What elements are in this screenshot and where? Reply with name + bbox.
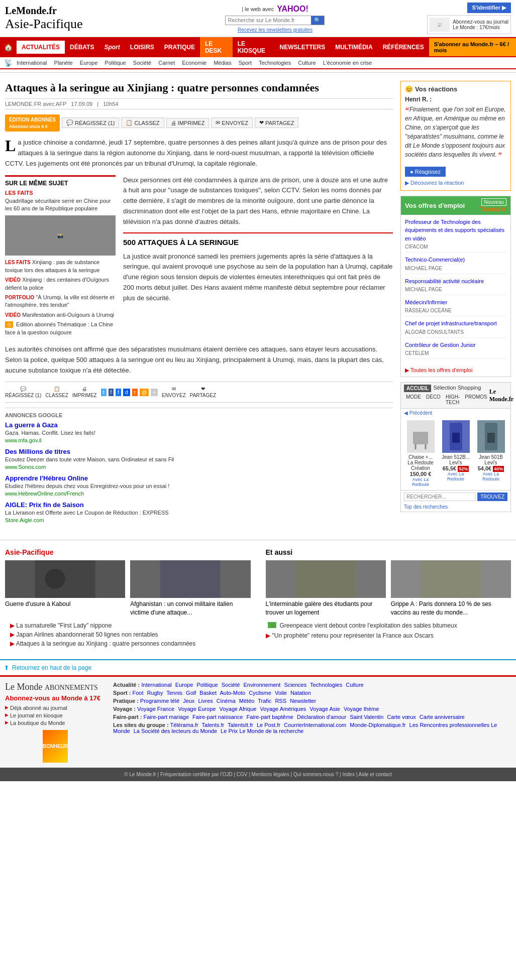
rss-social-icon[interactable]: r <box>132 389 138 396</box>
subnav-planete[interactable]: Planète <box>51 59 76 67</box>
footer-link-livres[interactable]: Livres <box>198 698 213 704</box>
footer-link-cyclisme[interactable]: Cyclisme <box>249 690 271 696</box>
more-social-icon[interactable]: + <box>151 389 158 396</box>
asie-link-3[interactable]: Attaques à la seringue au Xinjiang : qua… <box>5 640 251 647</box>
ad-3-title[interactable]: Apprendre l'Hébreu Online <box>5 474 88 482</box>
footer-boutique[interactable]: La boutique du Monde <box>5 720 106 726</box>
footer-link-voyage-fr[interactable]: Voyage France <box>137 706 174 712</box>
print-button-bottom[interactable]: 🖨 IMPRIMEZ <box>72 386 97 398</box>
footer-link-politique[interactable]: Politique <box>196 682 218 688</box>
search-input[interactable] <box>226 16 311 24</box>
nav-newsletters[interactable]: NEWSLETTERS <box>275 41 331 54</box>
print-button-top[interactable]: 🖨 IMPRIMEZ <box>166 118 210 128</box>
nav-actualites[interactable]: ACTUALITÉS <box>17 41 65 54</box>
footer-link-technologies[interactable]: Technologies <box>310 682 342 688</box>
footer-link-sciences[interactable]: Sciences <box>284 682 307 688</box>
footer-link-culture[interactable]: Culture <box>346 682 363 688</box>
footer-link-jeux[interactable]: Jeux <box>183 698 194 704</box>
footer-link-environnement[interactable]: Environnement <box>243 682 280 688</box>
identify-button[interactable]: S'identifier ▶ <box>467 3 511 13</box>
footer-link-basket[interactable]: Basket <box>199 690 217 696</box>
send-button-bottom[interactable]: ✉ ENVOYEZ <box>162 386 186 398</box>
ad-4-title[interactable]: AIGLE: Prix fin de Saison <box>5 501 84 509</box>
react-button-top[interactable]: 💬 RÉAGISSEZ (1) <box>62 117 119 128</box>
footer-link-carte-anniv[interactable]: Carte anniversaire <box>420 714 465 720</box>
shopping-hightech[interactable]: HIGH-TECH <box>444 393 462 406</box>
nav-le-kiosque[interactable]: LE KIOSQUE <box>233 37 275 57</box>
delicious-icon[interactable]: d <box>123 389 130 396</box>
emploi-2-title[interactable]: Technico-Commercial(e) <box>405 257 465 263</box>
top-recherches[interactable]: Top des recherches <box>401 503 510 512</box>
emploi-1-title[interactable]: Professeur de Technologie des équipement… <box>405 219 504 241</box>
footer-link-automoto[interactable]: Auto-Moto <box>220 690 245 696</box>
footer-link-diplomatique[interactable]: Monde-Diplomatique.fr <box>350 722 405 728</box>
et-aussi-oscar-link[interactable]: "Un prophète" retenu pour représenter la… <box>272 632 434 639</box>
footer-link-talentsit[interactable]: TalentsIt.fr <box>228 722 253 728</box>
related-link-2[interactable]: Xinjiang : des centaines d'Ouïgours défi… <box>5 277 109 290</box>
asie-link-1[interactable]: La surnaturelle "First Lady" nippone <box>5 622 251 629</box>
footer-kiosque[interactable]: Le journal en kiosque <box>5 712 106 718</box>
subnav-europe[interactable]: Europe <box>77 59 100 67</box>
footer-link-prix[interactable]: Le Prix Le Monde de la recherche <box>221 728 303 734</box>
twitter-icon[interactable]: t <box>101 389 107 396</box>
related-link-4[interactable]: Manifestation anti-Ouïgours à Urumqi <box>22 312 114 318</box>
footer-link-mariage[interactable]: Faire-part mariage <box>144 714 189 720</box>
subnav-societe[interactable]: Société <box>130 59 155 67</box>
footer-link-voyage-afr[interactable]: Voyage Afrique <box>219 706 256 712</box>
home-icon[interactable]: 🏠 <box>0 40 17 54</box>
facebook2-icon[interactable]: f <box>116 389 121 396</box>
footer-link-voile[interactable]: Voile <box>275 690 287 696</box>
footer-link-newsletter[interactable]: Newsletter <box>290 698 316 704</box>
footer-link-golf[interactable]: Golf <box>186 690 196 696</box>
reagissez-sidebar-btn[interactable]: ● Réagissez <box>405 167 446 177</box>
footer-link-telerama[interactable]: Télérama.fr <box>170 722 198 728</box>
footer-link-talents[interactable]: Talents.fr <box>202 722 225 728</box>
emploi-more-link[interactable]: Toutes les offres d'emploi <box>401 365 510 377</box>
emploi-4-title[interactable]: Médecin/Infirmier <box>405 299 447 305</box>
footer-link-amour[interactable]: Déclaration d'amour <box>297 714 346 720</box>
footer-link-foot[interactable]: Foot <box>133 690 144 696</box>
shopping-promos[interactable]: PROMOS <box>463 393 489 406</box>
facebook-icon[interactable]: f <box>109 389 114 396</box>
search-button[interactable]: 🔍 <box>311 16 324 25</box>
nav-loisirs[interactable]: LOISIRS <box>125 41 159 54</box>
newsletter-link[interactable]: Recevez les newsletters gratuites <box>238 27 313 33</box>
subnav-international[interactable]: International <box>14 59 50 67</box>
retour-haut[interactable]: Retournez en haut de la page <box>0 659 516 675</box>
subnav-sport[interactable]: Sport <box>236 59 255 67</box>
nav-subscribe[interactable]: S'abonner au Monde.fr – 6€ / mois <box>429 38 516 56</box>
subnav-politique[interactable]: Politique <box>101 59 129 67</box>
footer-link-carte-voeux[interactable]: Carte vœux <box>387 714 416 720</box>
footer-link-progtele[interactable]: Programme télé <box>140 698 179 704</box>
subnav-culture[interactable]: Culture <box>295 59 319 67</box>
shopping-accueil[interactable]: ACCUEIL <box>404 385 431 392</box>
footer-link-naissance[interactable]: Faire-part naissance <box>192 714 243 720</box>
related-link-5[interactable]: Edition abonnés Thématique : La Chine fa… <box>5 321 113 335</box>
subnav-technologies[interactable]: Technologies <box>256 59 294 67</box>
ad-1-title[interactable]: La guerre à Gaza <box>5 421 58 429</box>
footer-link-voyage-eu[interactable]: Voyage Europe <box>178 706 216 712</box>
nav-pratique[interactable]: PRATIQUE <box>159 41 200 54</box>
emploi-3-title[interactable]: Responsabilité activité nucléaire <box>405 278 484 284</box>
shopping-mode[interactable]: MODE <box>404 393 423 406</box>
footer-link-courrier[interactable]: CourrierInternational.com <box>284 722 346 728</box>
nav-le-desk[interactable]: LE DESK <box>200 37 233 57</box>
et-aussi-greenpeace-link[interactable]: Greenpeace vient debout contre l'exploit… <box>280 622 457 629</box>
footer-link-rss[interactable]: RSS <box>275 698 286 704</box>
class-button-top[interactable]: 📋 CLASSEZ <box>121 117 164 128</box>
email-social-icon[interactable]: @ <box>140 389 149 396</box>
subnav-medias[interactable]: Médias <box>211 59 234 67</box>
footer-link-international[interactable]: International <box>141 682 172 688</box>
footer-link-europe[interactable]: Europe <box>175 682 193 688</box>
nav-references[interactable]: RÉFÉRENCES <box>378 41 429 54</box>
footer-link-voyage-am[interactable]: Voyage Amériques <box>260 706 306 712</box>
footer-link-voyage-as[interactable]: Voyage Asie <box>309 706 340 712</box>
footer-link-societe[interactable]: Société <box>222 682 240 688</box>
footer-link-lepost[interactable]: Le Post.fr <box>257 722 280 728</box>
subnav-economie-crise[interactable]: L'économie en crise <box>320 59 375 67</box>
footer-link-rugby[interactable]: Rugby <box>147 690 163 696</box>
footer-link-tennis[interactable]: Tennis <box>166 690 182 696</box>
emploi-5-title[interactable]: Chef de projet infrastructure/transport <box>405 320 497 326</box>
footer-link-meteo[interactable]: Météo <box>239 698 255 704</box>
edition-badge[interactable]: ÉDITION ABONNÉSAbonnez-vous 6 € <box>5 114 60 132</box>
